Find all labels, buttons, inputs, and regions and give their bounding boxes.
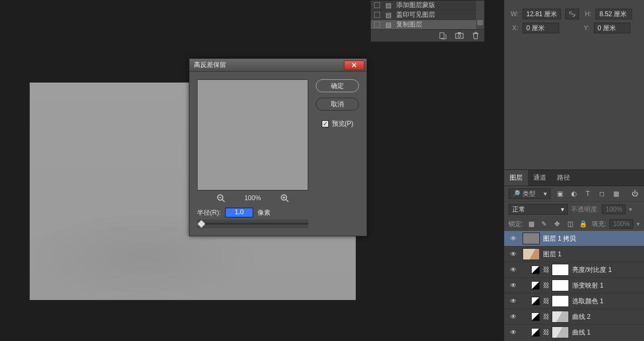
x-label: X:	[511, 24, 518, 32]
mask-link-icon[interactable]: ⛓	[543, 266, 548, 274]
layer-name[interactable]: 图层 1	[543, 250, 561, 259]
mask-thumbnail[interactable]	[552, 311, 569, 323]
layers-list: 👁 图层 1 拷贝 👁 图层 1 👁 ⛓ 亮度/对比度 1 👁 ⛓ 渐变映射 1	[504, 231, 644, 340]
visibility-eye-icon[interactable]: 👁	[507, 235, 519, 242]
snapshot-camera-icon[interactable]	[455, 32, 464, 39]
filter-preview[interactable]	[197, 79, 308, 190]
history-checkbox[interactable]	[374, 12, 380, 18]
layer-name[interactable]: 渐变映射 1	[572, 281, 604, 290]
radius-slider[interactable]	[197, 220, 308, 228]
layer-thumbnail[interactable]	[523, 248, 540, 260]
layer-row[interactable]: 👁 ⛓ 曲线 2	[504, 309, 644, 325]
link-wh-icon[interactable]	[565, 9, 579, 19]
lock-transparent-icon[interactable]: ▩	[526, 219, 536, 229]
chevron-down-icon[interactable]: ▾	[636, 220, 640, 228]
y-label: Y:	[582, 24, 589, 32]
layer-row[interactable]: 👁 ⛓ 亮度/对比度 1	[504, 262, 644, 278]
tab-channels[interactable]: 通道	[528, 170, 552, 186]
chevron-down-icon[interactable]: ▾	[629, 206, 632, 213]
width-field[interactable]: 12.81 厘米	[523, 9, 561, 19]
visibility-eye-icon[interactable]: 👁	[507, 329, 519, 336]
lock-artboard-icon[interactable]: ◫	[565, 219, 575, 229]
lock-all-icon[interactable]: 🔒	[578, 219, 588, 229]
adjustment-icon[interactable]	[531, 265, 540, 274]
x-field[interactable]: 0 厘米	[523, 23, 559, 33]
layer-filter-bar: 🔎 类型 ▾ ▣ ◐ T ◻ ▦ ⏻	[504, 186, 644, 201]
layer-kind-filter[interactable]: 🔎 类型 ▾	[509, 188, 551, 199]
mask-link-icon[interactable]: ⛓	[543, 297, 548, 305]
history-scrollbar[interactable]	[476, 1, 484, 29]
blend-mode-value: 正常	[512, 205, 525, 214]
cancel-button[interactable]: 取消	[316, 98, 359, 111]
layers-stack-icon: ▤	[384, 11, 392, 19]
adjustment-icon[interactable]	[531, 281, 540, 290]
zoom-in-icon[interactable]	[280, 194, 289, 202]
trash-icon[interactable]	[472, 32, 479, 39]
layer-row[interactable]: 👁 ⛓ 曲线 1	[504, 325, 644, 340]
tab-layers[interactable]: 图层	[504, 170, 528, 186]
layer-name[interactable]: 曲线 1	[572, 328, 591, 337]
mask-thumbnail[interactable]	[552, 326, 569, 338]
y-field[interactable]: 0 厘米	[594, 23, 631, 33]
mask-thumbnail[interactable]	[552, 279, 569, 291]
lock-position-icon[interactable]: ✥	[552, 219, 562, 229]
fill-field[interactable]: 100%	[609, 219, 633, 229]
dialog-titlebar[interactable]: 高反差保留 ✕	[189, 59, 367, 72]
history-checkbox[interactable]	[374, 2, 380, 8]
history-item[interactable]: ▤ 添加图层蒙版	[371, 1, 484, 10]
scrollbar-thumb[interactable]	[477, 20, 483, 25]
visibility-eye-icon[interactable]: 👁	[507, 266, 519, 274]
mask-thumbnail[interactable]	[552, 295, 569, 307]
layer-row[interactable]: 👁 图层 1 拷贝	[504, 231, 644, 247]
layer-row[interactable]: 👁 ⛓ 渐变映射 1	[504, 278, 644, 294]
ok-button[interactable]: 确定	[316, 79, 359, 92]
layer-name[interactable]: 亮度/对比度 1	[572, 265, 612, 275]
mask-link-icon[interactable]: ⛓	[543, 329, 548, 336]
slider-handle[interactable]	[197, 220, 206, 229]
zoom-out-icon[interactable]	[216, 194, 225, 202]
properties-panel: W: 12.81 厘米 H: 8.52 厘米 X: 0 厘米 Y: 0 厘米	[504, 0, 644, 42]
new-document-icon[interactable]	[439, 32, 446, 39]
mask-link-icon[interactable]: ⛓	[543, 313, 548, 320]
visibility-eye-icon[interactable]: 👁	[507, 250, 519, 258]
filter-shape-icon[interactable]: ◻	[597, 189, 607, 199]
history-toolbar	[371, 30, 484, 42]
blend-mode-select[interactable]: 正常 ▾	[509, 204, 568, 215]
lock-pixels-icon[interactable]: ✎	[539, 219, 549, 229]
layer-row[interactable]: 👁 ⛓ 选取颜色 1	[504, 294, 644, 309]
adjustment-icon[interactable]	[531, 297, 540, 305]
tab-paths[interactable]: 路径	[552, 170, 575, 186]
history-label: 复制图层	[396, 20, 422, 29]
filter-type-icon[interactable]: T	[583, 189, 593, 199]
filter-smart-icon[interactable]: ▦	[611, 189, 621, 199]
visibility-eye-icon[interactable]: 👁	[507, 297, 519, 305]
filter-adjust-icon[interactable]: ◐	[569, 189, 579, 199]
height-field[interactable]: 8.52 厘米	[595, 9, 632, 19]
layer-name[interactable]: 图层 1 拷贝	[543, 234, 576, 243]
adjustment-icon[interactable]	[531, 312, 540, 321]
adjustment-icon[interactable]	[531, 328, 540, 337]
svg-rect-0	[440, 33, 444, 39]
opacity-field[interactable]: 100%	[602, 204, 626, 214]
mask-thumbnail[interactable]	[552, 264, 569, 276]
close-button[interactable]: ✕	[344, 60, 364, 70]
layer-name[interactable]: 选取颜色 1	[572, 297, 604, 306]
history-item[interactable]: ▤ 复制图层	[371, 20, 484, 30]
history-item[interactable]: ▤ 盖印可见图层	[371, 10, 484, 20]
radius-label: 半径(R):	[197, 208, 221, 217]
preview-checkbox-label: 预览(P)	[332, 119, 354, 128]
preview-checkbox[interactable]: ✓	[322, 120, 329, 127]
history-checkbox[interactable]	[374, 22, 380, 28]
radius-input[interactable]: 1.0	[225, 208, 253, 217]
mask-link-icon[interactable]: ⛓	[543, 282, 548, 289]
svg-line-5	[222, 200, 225, 202]
layer-name[interactable]: 曲线 2	[572, 312, 591, 322]
svg-line-8	[286, 200, 288, 202]
filter-toggle-icon[interactable]: ⏻	[630, 189, 640, 199]
layer-thumbnail[interactable]	[523, 233, 540, 244]
visibility-eye-icon[interactable]: 👁	[507, 313, 519, 320]
visibility-eye-icon[interactable]: 👁	[507, 282, 519, 289]
layer-row[interactable]: 👁 图层 1	[504, 247, 644, 262]
zoom-percentage: 100%	[245, 194, 261, 202]
filter-pixel-icon[interactable]: ▣	[555, 189, 565, 199]
